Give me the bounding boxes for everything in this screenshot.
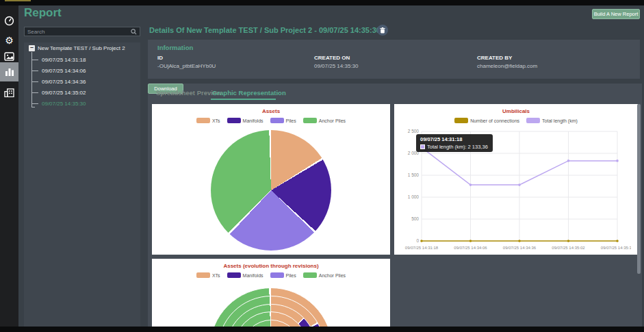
detail-title: Details Of New Template TEST / Sub Proje…: [149, 26, 381, 34]
trash-icon: [380, 24, 385, 36]
settings-gear-icon: ⚙: [5, 36, 14, 45]
legend-label: Piles: [286, 273, 296, 278]
facility-building-icon: [4, 88, 14, 97]
tree-root-item[interactable]: – New Template TEST / Sub Project 2: [29, 45, 125, 51]
field-label: CREATED BY: [477, 55, 537, 61]
info-field-created-by: CREATED BY chameleon@fieldap.com: [477, 55, 537, 69]
field-value: chameleon@fieldap.com: [477, 63, 537, 69]
assets-evolution-card: Assets (evolution through revisions) XTs…: [152, 259, 390, 327]
delete-report-button[interactable]: [377, 25, 388, 36]
legend-label: Anchor Piles: [319, 118, 346, 123]
field-value: -OUjAlca_ptbtEaHYb0U: [157, 63, 216, 69]
nav-dashboard-button[interactable]: [0, 12, 18, 29]
legend-item-anchor-piles[interactable]: Anchor Piles: [303, 272, 346, 278]
tree-root-label: New Template TEST / Sub Project 2: [38, 45, 125, 51]
tree-item-revision[interactable]: 09/07/25 14:34:36: [32, 76, 86, 87]
svg-text:500: 500: [411, 216, 419, 221]
tab-graphic-representation[interactable]: Graphic Representation: [212, 89, 286, 97]
svg-text:0: 0: [416, 238, 419, 243]
chart-tooltip: 09/07/25 14:31:18 Total length (km): 2 1…: [416, 134, 493, 152]
legend-swatch: [196, 272, 210, 278]
tree-tick: [32, 92, 38, 93]
report-content-panel: Spreadsheet Preview Graphic Representati…: [148, 84, 642, 327]
tree-item-revision[interactable]: 09/07/25 14:34:06: [32, 65, 86, 76]
legend-item-manifolds[interactable]: Manifolds: [227, 272, 263, 278]
pie-legend: XTs Manifolds Piles Anchor Piles: [152, 118, 390, 123]
line-legend: Number of connections Total length (km): [394, 118, 638, 123]
legend-item-manifolds[interactable]: Manifolds: [227, 118, 263, 123]
tooltip-value: Total length (km): 2 133,36: [427, 144, 488, 150]
tree-collapse-icon[interactable]: –: [29, 45, 35, 51]
nav-facility-button[interactable]: [0, 84, 18, 101]
legend-label: Number of connections: [470, 118, 519, 123]
window-bottom-strip: [0, 327, 644, 332]
information-panel-title: Information: [157, 44, 193, 51]
search-input[interactable]: [27, 29, 131, 35]
field-label: CREATED ON: [314, 55, 359, 61]
legend-swatch: [303, 272, 317, 278]
legend-swatch: [526, 118, 540, 123]
svg-text:09/07/25 14:31:18: 09/07/25 14:31:18: [405, 246, 439, 250]
legend-label: XTs: [212, 273, 220, 278]
information-panel: Information ID -OUjAlca_ptbtEaHYb0U CREA…: [148, 40, 640, 79]
tree-item-revision-selected[interactable]: 09/07/25 14:35:30: [32, 98, 86, 109]
legend-label: Manifolds: [243, 273, 263, 278]
legend-item-connections[interactable]: Number of connections: [454, 118, 519, 123]
nav-reports-button[interactable]: [0, 62, 18, 81]
gallery-image-icon: [4, 52, 14, 61]
vertical-scrollbar-thumb[interactable]: [637, 104, 641, 274]
legend-label: XTs: [212, 118, 220, 123]
legend-swatch: [227, 118, 241, 123]
info-field-created-on: CREATED ON 09/07/25 14:35:30: [314, 55, 359, 69]
legend-swatch: [454, 118, 468, 123]
legend-item-piles[interactable]: Piles: [270, 272, 296, 278]
tooltip-title: 09/07/25 14:31:18: [420, 136, 489, 142]
dashboard-gauge-icon: [4, 16, 14, 26]
tooltip-swatch: [420, 144, 425, 149]
legend-swatch: [270, 272, 284, 278]
chart-title-umbilicals: Umbilicals: [394, 108, 638, 114]
tree-item-label: 09/07/25 14:34:06: [42, 68, 86, 74]
reports-chart-icon: [5, 68, 14, 76]
search-icon: [131, 25, 137, 38]
info-field-id: ID -OUjAlca_ptbtEaHYb0U: [157, 55, 216, 69]
legend-swatch: [196, 118, 210, 123]
tree-tick: [32, 103, 38, 104]
legend-item-xts[interactable]: XTs: [196, 272, 220, 278]
top-accent-bar: [5, 0, 31, 1]
chart-title-assets-evolution: Assets (evolution through revisions): [152, 263, 390, 269]
tree-item-revision[interactable]: 09/07/25 14:31:18: [32, 54, 86, 65]
field-label: ID: [157, 55, 216, 61]
tree-tick: [32, 60, 38, 60]
icon-rail: ⚙: [0, 5, 18, 327]
legend-item-anchor-piles[interactable]: Anchor Piles: [303, 118, 346, 123]
search-box: [24, 27, 140, 36]
tree-item-label: 09/07/25 14:34:36: [42, 79, 86, 85]
svg-text:1 000: 1 000: [408, 194, 420, 199]
legend-label: Piles: [286, 118, 296, 123]
legend-swatch: [303, 118, 317, 123]
window-top-strip: [0, 0, 644, 5]
legend-item-xts[interactable]: XTs: [196, 118, 220, 123]
build-new-report-button[interactable]: Build A New Report: [592, 9, 640, 19]
tree-item-label: 09/07/25 14:35:02: [42, 90, 86, 96]
active-tab-underline: [211, 99, 276, 100]
page-title: Report: [24, 6, 62, 20]
legend-swatch: [227, 272, 241, 278]
assets-pie-card: Assets XTs Manifolds Piles Anchor Piles: [152, 104, 390, 255]
svg-text:1 500: 1 500: [408, 173, 420, 177]
svg-text:09/07/25 14:35:30: 09/07/25 14:35:30: [601, 246, 631, 250]
tree-item-revision[interactable]: 09/07/25 14:35:02: [32, 87, 86, 98]
nav-settings-button[interactable]: ⚙: [0, 32, 18, 49]
report-tree-panel: – New Template TEST / Sub Project 2 09/0…: [24, 42, 140, 327]
umbilicals-line-card: Umbilicals Number of connections Total l…: [394, 104, 638, 255]
sunburst-legend: XTs Manifolds Piles Anchor Piles: [152, 272, 390, 278]
assets-pie[interactable]: [211, 130, 331, 251]
tree-tick: [32, 81, 38, 82]
assets-sunburst[interactable]: [209, 288, 333, 327]
tree-item-label: 09/07/25 14:35:30: [42, 101, 86, 107]
svg-text:09/07/25 14:35:02: 09/07/25 14:35:02: [552, 246, 585, 250]
legend-item-total-length[interactable]: Total length (km): [526, 118, 578, 123]
svg-text:2 500: 2 500: [408, 129, 420, 133]
legend-item-piles[interactable]: Piles: [270, 118, 296, 123]
